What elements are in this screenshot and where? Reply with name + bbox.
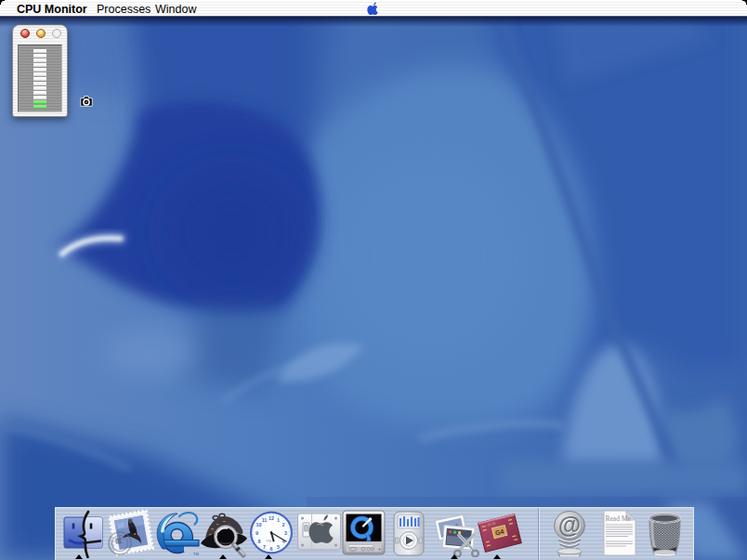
svg-text:5: 5 (277, 544, 280, 550)
svg-text:8: 8 (258, 539, 261, 544)
svg-text:@: @ (558, 512, 581, 538)
svg-text:7: 7 (263, 544, 266, 550)
svg-text:12: 12 (269, 515, 274, 521)
svg-text:11: 11 (262, 517, 268, 523)
svg-text:1: 1 (277, 517, 280, 523)
svg-text:PM: PM (267, 540, 272, 543)
svg-text:2: 2 (282, 522, 285, 527)
svg-text:10: 10 (256, 522, 262, 527)
svg-text:9: 9 (256, 530, 258, 536)
svg-text:3: 3 (284, 530, 287, 536)
svg-text:Read Me: Read Me (606, 514, 632, 523)
svg-text:6: 6 (270, 546, 273, 552)
svg-text:TM: TM (193, 552, 199, 556)
